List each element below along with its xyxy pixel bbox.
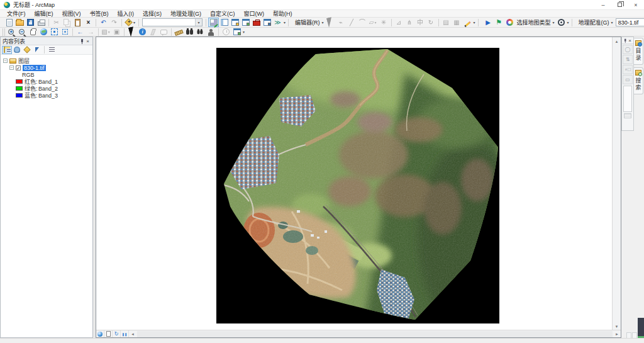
menu-selection[interactable]: 选择(S) — [138, 9, 166, 18]
menu-help[interactable]: 帮助(H) — [269, 9, 297, 18]
layer-visibility-checkbox[interactable]: ✓ — [16, 65, 21, 70]
scroll-right-icon[interactable]: ► — [613, 330, 621, 337]
georeferencing-layer-combo[interactable]: 830-1.tif ▾ — [616, 18, 644, 26]
scroll-left-icon[interactable]: ◄ — [129, 330, 136, 337]
arctoolbox-button[interactable] — [251, 18, 262, 27]
select-elements-button[interactable] — [126, 27, 137, 37]
cut-polygon-button[interactable]: ⋔ — [404, 18, 415, 27]
go-to-xy-button[interactable] — [206, 27, 216, 37]
toolbar-overflow-icon[interactable]: ▾ — [284, 20, 286, 25]
clear-selection-button[interactable]: ▣ — [111, 27, 122, 37]
target-button[interactable] — [556, 18, 567, 27]
identify-button[interactable]: i — [137, 27, 148, 37]
paste-button[interactable] — [72, 18, 83, 27]
tree-row-raster-layer[interactable]: – ✓ 830-1.tif — [3, 64, 92, 71]
toc-close-icon[interactable]: × — [85, 38, 91, 44]
editor-menu-button[interactable]: 编辑器(R)▾ — [293, 18, 325, 27]
scroll-up-icon[interactable]: ▲ — [613, 37, 621, 45]
trace-tool-button[interactable]: ⌁ — [336, 18, 347, 27]
edit-tool-button[interactable] — [325, 18, 336, 27]
undo-button[interactable]: ↶ — [98, 18, 109, 27]
save-button[interactable] — [25, 18, 36, 27]
delete-button[interactable]: × — [83, 18, 94, 27]
zoom-in-button[interactable]: + — [6, 27, 17, 37]
find-button[interactable] — [184, 27, 195, 37]
new-document-button[interactable] — [4, 18, 14, 27]
select-map-type-button[interactable]: 选择地图类型▾ — [515, 18, 556, 27]
dock-footer-button[interactable] — [624, 113, 631, 118]
menu-geoprocessing[interactable]: 地理处理(G) — [166, 9, 206, 18]
list-by-drawing-order-button[interactable] — [2, 46, 12, 54]
georeferencing-menu-button[interactable]: 地理配准(G)▾ — [577, 18, 614, 27]
editor-toolbar-toggle-button[interactable] — [208, 18, 219, 27]
print-button[interactable] — [36, 18, 47, 27]
go-forward-extent-button[interactable]: → — [86, 27, 96, 37]
time-slider-button[interactable] — [221, 27, 231, 37]
fixed-zoom-out-button[interactable] — [60, 27, 70, 37]
modelbuilder-button[interactable]: ≫ — [272, 18, 283, 27]
attributes-button[interactable]: ▤ — [441, 18, 452, 27]
list-by-source-button[interactable] — [12, 46, 22, 54]
dock-pin-icon[interactable] — [623, 38, 626, 42]
open-button[interactable] — [14, 18, 25, 27]
toolbar-overflow-icon[interactable]: ▾ — [474, 20, 475, 25]
cut-button[interactable]: ✂ — [51, 18, 62, 27]
toolbar-grip[interactable] — [3, 28, 5, 36]
copy-button[interactable] — [62, 18, 72, 27]
select-features-button[interactable]: ▧▾ — [101, 27, 111, 37]
map-scale-dropdown-icon[interactable]: ▾ — [195, 19, 202, 26]
tree-row-layers[interactable]: – 图层 — [3, 57, 92, 64]
map-vertical-scrollbar[interactable]: ▲ ▼ — [612, 37, 621, 330]
menu-insert[interactable]: 插入(I) — [113, 9, 139, 18]
dock-empty-list[interactable] — [623, 86, 632, 112]
catalog-window-button[interactable] — [230, 18, 240, 27]
polygon-tool-button[interactable]: ▱▾ — [368, 18, 379, 27]
list-by-visibility-button[interactable] — [22, 46, 32, 54]
dock-tool-2-button[interactable]: ⇅ — [623, 55, 633, 64]
tab-catalog[interactable]: 目录 — [634, 38, 643, 65]
toolbar-overflow-icon[interactable]: ▾ — [567, 20, 569, 25]
menu-view[interactable]: 视图(V) — [58, 9, 86, 18]
data-view-button[interactable] — [96, 330, 104, 337]
menu-edit[interactable]: 编辑(E) — [30, 9, 58, 18]
pause-drawing-button[interactable]: ❚❚ — [121, 330, 129, 337]
dock-tool-3-button[interactable]: ∘□ — [623, 65, 633, 74]
toc-window-button[interactable] — [219, 18, 230, 27]
go-back-extent-button[interactable]: ← — [75, 27, 86, 37]
zoom-out-button[interactable]: − — [17, 27, 28, 37]
search-window-button[interactable] — [240, 18, 251, 27]
dock-tool-1-button[interactable]: ◯ — [623, 45, 633, 54]
dock-close-icon[interactable]: × — [627, 38, 633, 43]
measure-button[interactable] — [174, 27, 184, 37]
pin-icon[interactable] — [79, 38, 85, 44]
horizontal-scroll-track[interactable] — [137, 331, 613, 337]
close-button[interactable]: × — [628, 0, 644, 10]
sketch-properties-button[interactable]: ▦ — [452, 18, 462, 27]
collapse-icon[interactable]: – — [3, 59, 8, 63]
map-canvas[interactable] — [96, 37, 612, 330]
toolbar-overflow-icon[interactable]: ▾ — [243, 30, 245, 34]
color-ring-button[interactable] — [504, 18, 515, 27]
redo-button[interactable]: ↷ — [109, 18, 119, 27]
raster-layer-name[interactable]: 830-1.tif — [23, 65, 46, 71]
dock-tool-4-button[interactable]: ▭ — [623, 75, 633, 84]
hyperlink-button[interactable] — [148, 27, 158, 37]
menu-bookmarks[interactable]: 书签(B) — [86, 9, 113, 18]
reshape-tool-button[interactable]: ⊿ — [394, 18, 404, 27]
minimize-button[interactable]: – — [595, 0, 611, 10]
collapse-icon[interactable]: – — [9, 65, 14, 70]
create-viewer-window-button[interactable] — [231, 27, 242, 37]
pan-button[interactable] — [28, 27, 38, 37]
html-popup-button[interactable] — [158, 27, 169, 37]
map-scale-combo[interactable]: ▾ — [142, 18, 203, 26]
arc-tool-button[interactable]: ⌒ — [357, 18, 368, 27]
menu-customize[interactable]: 自定义(C) — [206, 9, 240, 18]
full-extent-button[interactable] — [38, 27, 49, 37]
edit-annotation-button[interactable] — [462, 18, 473, 27]
layout-view-button[interactable] — [104, 330, 113, 337]
tab-search[interactable]: 搜索 — [634, 67, 643, 94]
refresh-view-button[interactable]: ↻ — [113, 330, 121, 337]
toc-options-button[interactable] — [47, 46, 57, 54]
python-window-button[interactable] — [262, 18, 272, 27]
split-tool-button[interactable]: 中 — [415, 18, 426, 27]
